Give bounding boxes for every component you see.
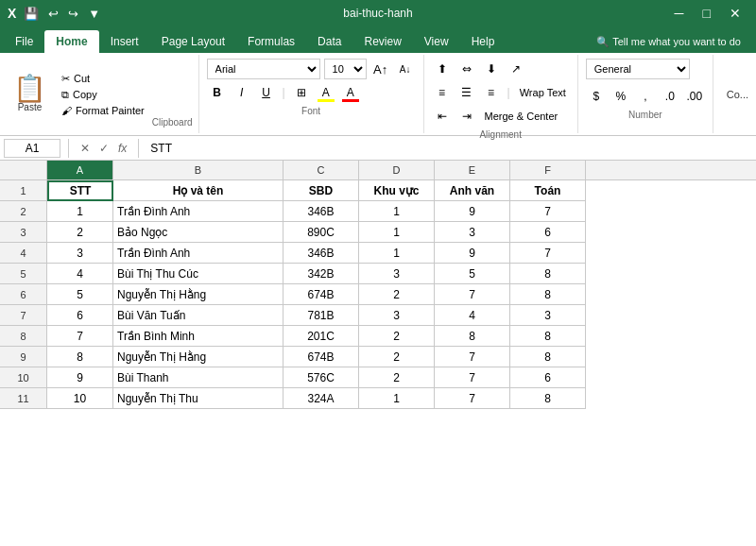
cell-b1[interactable]: Họ và tên bbox=[113, 180, 284, 201]
tab-help[interactable]: Help bbox=[460, 30, 507, 53]
row-header-5[interactable]: 5 bbox=[0, 264, 47, 284]
cell-c9[interactable]: 674B bbox=[284, 347, 359, 367]
cell-a9[interactable]: 8 bbox=[47, 347, 113, 367]
tab-view[interactable]: View bbox=[413, 30, 460, 53]
cell-e5[interactable]: 5 bbox=[435, 264, 510, 284]
cell-f11[interactable]: 8 bbox=[510, 388, 586, 409]
italic-button[interactable]: I bbox=[232, 82, 252, 103]
cell-a1[interactable]: STT bbox=[47, 180, 113, 201]
cell-a8[interactable]: 7 bbox=[47, 326, 113, 347]
tab-data[interactable]: Data bbox=[306, 30, 352, 53]
cell-b7[interactable]: Bùi Văn Tuấn bbox=[113, 305, 284, 326]
cell-c6[interactable]: 674B bbox=[284, 284, 359, 305]
cell-c5[interactable]: 342B bbox=[284, 264, 359, 284]
cell-a6[interactable]: 5 bbox=[47, 284, 113, 305]
cell-d8[interactable]: 2 bbox=[359, 326, 435, 347]
row-header-3[interactable]: 3 bbox=[0, 222, 47, 243]
cell-f3[interactable]: 6 bbox=[510, 222, 586, 243]
tab-page-layout[interactable]: Page Layout bbox=[150, 30, 236, 53]
comma-icon[interactable]: , bbox=[635, 86, 656, 107]
cell-d5[interactable]: 3 bbox=[359, 264, 435, 284]
close-button[interactable]: ✕ bbox=[722, 4, 748, 23]
cell-e11[interactable]: 7 bbox=[435, 388, 510, 409]
cell-b10[interactable]: Bùi Thanh bbox=[113, 367, 284, 388]
redo-icon[interactable]: ↪ bbox=[66, 5, 80, 23]
maximize-button[interactable]: □ bbox=[696, 4, 718, 23]
cell-b3[interactable]: Bảo Ngọc bbox=[113, 222, 284, 243]
cut-button[interactable]: ✂ Cut bbox=[58, 72, 148, 86]
cell-a7[interactable]: 6 bbox=[47, 305, 113, 326]
cell-f4[interactable]: 7 bbox=[510, 243, 586, 264]
col-header-e[interactable]: E bbox=[435, 161, 510, 179]
align-right-icon[interactable]: ≡ bbox=[481, 82, 502, 103]
text-rotate-icon[interactable]: ↗ bbox=[506, 59, 526, 79]
font-increase-icon[interactable]: A↑ bbox=[370, 59, 391, 79]
font-family-select[interactable]: Arial bbox=[207, 59, 320, 79]
cell-e2[interactable]: 9 bbox=[435, 201, 510, 222]
tab-file[interactable]: File bbox=[4, 30, 44, 53]
percent-icon[interactable]: % bbox=[610, 86, 631, 107]
cell-f7[interactable]: 3 bbox=[510, 305, 586, 326]
cell-a4[interactable]: 3 bbox=[47, 243, 113, 264]
row-header-8[interactable]: 8 bbox=[0, 326, 47, 347]
cell-e4[interactable]: 9 bbox=[435, 243, 510, 264]
align-center-icon[interactable]: ☰ bbox=[456, 82, 477, 103]
col-header-d[interactable]: D bbox=[359, 161, 435, 179]
font-size-select[interactable]: 10 bbox=[324, 59, 367, 79]
currency-icon[interactable]: $ bbox=[586, 86, 607, 107]
cell-f1[interactable]: Toán bbox=[510, 180, 586, 201]
increase-indent-icon[interactable]: ⇥ bbox=[456, 106, 477, 127]
cell-e6[interactable]: 7 bbox=[435, 284, 510, 305]
cell-f6[interactable]: 8 bbox=[510, 284, 586, 305]
increase-decimal-icon[interactable]: .00 bbox=[684, 86, 705, 107]
row-header-11[interactable]: 11 bbox=[0, 388, 47, 409]
cell-d1[interactable]: Khu vực bbox=[359, 180, 435, 201]
underline-button[interactable]: U bbox=[256, 82, 277, 103]
col-header-f[interactable]: F bbox=[510, 161, 586, 179]
fill-color-button[interactable]: A bbox=[316, 82, 336, 103]
cell-d3[interactable]: 1 bbox=[359, 222, 435, 243]
merge-center-button[interactable]: Merge & Center bbox=[481, 109, 562, 124]
row-header-10[interactable]: 10 bbox=[0, 367, 47, 388]
cell-c11[interactable]: 324A bbox=[284, 388, 359, 409]
row-header-2[interactable]: 2 bbox=[0, 201, 47, 222]
cell-a11[interactable]: 10 bbox=[47, 388, 113, 409]
cell-f5[interactable]: 8 bbox=[510, 264, 586, 284]
formula-input[interactable] bbox=[146, 140, 752, 157]
format-painter-button[interactable]: 🖌 Format Painter bbox=[58, 104, 148, 117]
undo-icon[interactable]: ↩ bbox=[46, 5, 60, 23]
cell-c4[interactable]: 346B bbox=[284, 243, 359, 264]
corner-cell[interactable] bbox=[0, 161, 47, 179]
cell-e1[interactable]: Anh văn bbox=[435, 180, 510, 201]
cell-b9[interactable]: Nguyễn Thị Hằng bbox=[113, 347, 284, 367]
tab-tell-me[interactable]: 🔍 Tell me what you want to do bbox=[585, 30, 752, 53]
confirm-formula-icon[interactable]: ✓ bbox=[95, 140, 112, 157]
font-color-button[interactable]: A bbox=[340, 82, 361, 103]
col-header-b[interactable]: B bbox=[113, 161, 284, 179]
cell-e3[interactable]: 3 bbox=[435, 222, 510, 243]
tab-review[interactable]: Review bbox=[352, 30, 412, 53]
cell-reference-input[interactable] bbox=[4, 139, 60, 158]
row-header-6[interactable]: 6 bbox=[0, 284, 47, 305]
align-middle-icon[interactable]: ⇔ bbox=[456, 59, 477, 79]
cell-d11[interactable]: 1 bbox=[359, 388, 435, 409]
cell-c3[interactable]: 890C bbox=[284, 222, 359, 243]
cell-d7[interactable]: 3 bbox=[359, 305, 435, 326]
number-format-select[interactable]: General bbox=[586, 59, 690, 79]
cell-c1[interactable]: SBD bbox=[284, 180, 359, 201]
decrease-decimal-icon[interactable]: .0 bbox=[660, 86, 680, 107]
cell-a2[interactable]: 1 bbox=[47, 201, 113, 222]
cell-d4[interactable]: 1 bbox=[359, 243, 435, 264]
cell-f10[interactable]: 6 bbox=[510, 367, 586, 388]
cancel-formula-icon[interactable]: ✕ bbox=[77, 140, 94, 157]
wrap-text-button[interactable]: Wrap Text bbox=[516, 82, 570, 103]
row-header-4[interactable]: 4 bbox=[0, 243, 47, 264]
row-header-1[interactable]: 1 bbox=[0, 180, 47, 201]
cell-d9[interactable]: 2 bbox=[359, 347, 435, 367]
col-header-c[interactable]: C bbox=[284, 161, 359, 179]
cell-b4[interactable]: Trần Đình Anh bbox=[113, 243, 284, 264]
cell-f2[interactable]: 7 bbox=[510, 201, 586, 222]
decrease-indent-icon[interactable]: ⇤ bbox=[432, 106, 453, 127]
bold-button[interactable]: B bbox=[207, 82, 228, 103]
cell-e9[interactable]: 7 bbox=[435, 347, 510, 367]
